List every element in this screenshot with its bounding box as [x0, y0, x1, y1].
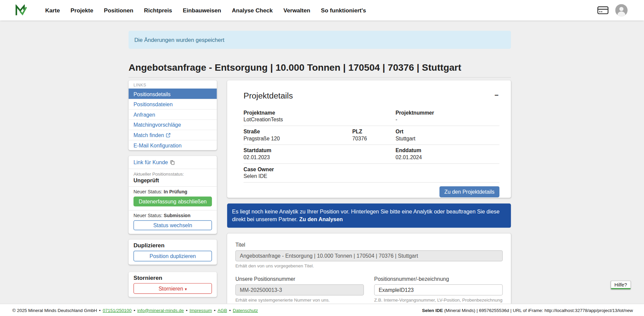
footer: © 2025 Mineral Minds Deutschland GmbH • …	[0, 304, 644, 316]
sidebar-item-positionsdateien[interactable]: Positionsdateien	[128, 99, 217, 109]
project-field-rows: Projektname LotCreationTests Projektnumm…	[244, 107, 499, 183]
main-nav: Karte Projekte Positionen Richtpreis Ein…	[45, 7, 377, 14]
cancel-dropdown-button[interactable]: Stornieren▾	[133, 283, 212, 294]
phone-link[interactable]: 07151/250100	[103, 308, 131, 313]
cancel-title: Stornieren	[133, 274, 212, 281]
impressum-link[interactable]: Impressum	[190, 308, 212, 313]
nav-item-verwalten[interactable]: Verwalten	[283, 7, 310, 14]
status-card: Link für Kunde Aktueller Positionsstatus…	[128, 156, 217, 234]
copy-icon[interactable]	[170, 160, 174, 165]
customer-link-row: Link für Kunde	[128, 156, 217, 169]
agb-link[interactable]: AGB	[218, 308, 227, 313]
main-content: Projektdetails − Projektname LotCreation…	[227, 80, 511, 316]
sidebar-item-label: Positionsdetails	[133, 91, 171, 97]
caret-down-icon: ▾	[185, 287, 187, 291]
footer-left: © 2025 Mineral Minds Deutschland GmbH • …	[12, 308, 258, 313]
current-status-label: Aktueller Positionsstatus:	[133, 172, 212, 177]
bezeichnung-label: Positionsnummer/-bezeichnung	[374, 275, 503, 281]
copyright-text: © 2025 Mineral Minds Deutschland GmbH	[12, 308, 97, 313]
bezeichnung-help: Z.B. Interne-Vorgangsnummer, LV-Position…	[374, 297, 503, 302]
positionsnummer-help: Erhält eine systemgenerierte Nummer von …	[235, 297, 364, 302]
form-row: Unsere Positionsnummer Erhält eine syste…	[235, 275, 503, 302]
session-user: Selen IDE	[422, 308, 443, 313]
sidebar: LINKS Positionsdetails Positionsdateien …	[128, 80, 217, 297]
current-status-section: Aktueller Positionsstatus: Ungeprüft	[128, 169, 217, 187]
card-reader-icon[interactable]	[597, 6, 608, 14]
project-actions: Zu den Projektdetails	[244, 186, 499, 197]
help-button[interactable]: Hilfe?	[611, 281, 631, 290]
alert-text: Die Änderungen wurden gespeichert	[134, 37, 224, 43]
titel-help: Erhält den von uns vorgegebenen Titel.	[235, 263, 503, 268]
sidebar-item-label: Match finden	[133, 132, 164, 138]
field-case-owner: Case Owner Selen IDE	[244, 166, 499, 179]
field-enddatum: Enddatum 02.01.2024	[395, 147, 499, 161]
nav-item-einbauweisen[interactable]: Einbauweisen	[183, 7, 221, 14]
sidebar-item-label: Matchingvorschläge	[133, 122, 181, 128]
sidebar-item-match-finden[interactable]: Match finden	[128, 130, 217, 140]
next-status-section-1: Neuer Status: In Prüfung Datenerfassung …	[128, 187, 217, 210]
nav-item-projekte[interactable]: Projekte	[70, 7, 93, 14]
bezeichnung-input[interactable]	[374, 284, 503, 295]
project-details-button[interactable]: Zu den Projektdetails	[439, 186, 499, 197]
duplicate-position-button[interactable]: Position duplizieren	[133, 251, 212, 261]
positionsnummer-label: Unsere Positionsnummer	[235, 275, 364, 281]
links-header: LINKS	[128, 80, 217, 88]
titel-input	[235, 250, 503, 261]
bezeichnung-field-group: Positionsnummer/-bezeichnung Z.B. Intern…	[374, 275, 503, 302]
separator-dot: •	[214, 308, 216, 313]
brand-logo[interactable]	[15, 4, 27, 16]
sidebar-item-anfragen[interactable]: Anfragen	[128, 109, 217, 120]
customer-link-label: Link für Kunde	[133, 159, 168, 165]
field-projektname: Projektname LotCreationTests	[244, 110, 395, 123]
titel-label: Titel	[235, 242, 503, 248]
complete-data-entry-button[interactable]: Datenerfassung abschließen	[133, 197, 212, 206]
datenschutz-link[interactable]: Datenschutz	[233, 308, 258, 313]
email-link[interactable]: info@mineral-minds.de	[137, 308, 184, 313]
positionsnummer-field-group: Unsere Positionsnummer Erhält eine syste…	[235, 275, 364, 302]
project-details-title: Projektdetails	[244, 91, 499, 101]
nav-item-richtpreis[interactable]: Richtpreis	[144, 7, 172, 14]
duplicate-title: Duplizieren	[133, 242, 212, 249]
nav-item-analyse-check[interactable]: Analyse Check	[232, 7, 273, 14]
session-details: (Mineral Minds) | 69576255536d | URL of …	[443, 308, 633, 313]
current-status-value: Ungeprüft	[133, 177, 212, 183]
nav-item-karte[interactable]: Karte	[45, 7, 60, 14]
page-title: Angebotsanfrage - Entsorgung | 10.000 To…	[128, 62, 511, 78]
field-startdatum: Startdatum 02.01.2023	[244, 147, 395, 161]
field-projektnummer: Projektnummer -	[395, 110, 499, 123]
session-info: Selen IDE (Mineral Minds) | 69576255536d…	[422, 308, 633, 313]
analytics-message: Es liegt noch keine Analytik zu Ihrer Po…	[232, 208, 499, 223]
top-navbar: Karte Projekte Positionen Richtpreis Ein…	[0, 0, 644, 20]
separator-dot: •	[229, 308, 231, 313]
separator-dot: •	[186, 308, 187, 313]
separator-dot: •	[133, 308, 135, 313]
next-status-text-1: Neuer Status: In Prüfung	[133, 189, 212, 194]
navbar-right	[597, 0, 628, 20]
user-avatar[interactable]	[615, 4, 628, 16]
sidebar-item-positionsdetails[interactable]: Positionsdetails	[128, 88, 217, 99]
cancel-card: Stornieren Stornieren▾	[128, 272, 217, 297]
next-status-text-2: Neuer Status: Submission	[133, 213, 212, 218]
project-row-3: Startdatum 02.01.2023 Enddatum 02.01.202…	[244, 145, 499, 164]
collapse-button[interactable]: −	[494, 92, 498, 99]
next-status-section-2: Neuer Status: Submission Status wechseln	[128, 210, 217, 234]
positionsnummer-input	[235, 284, 364, 295]
sidebar-item-label: E-Mail Konfiguration	[133, 142, 181, 148]
external-link-icon	[166, 133, 170, 137]
duplicate-card: Duplizieren Position duplizieren	[128, 240, 217, 265]
customer-link[interactable]: Link für Kunde	[133, 159, 174, 165]
sidebar-item-label: Anfragen	[133, 111, 155, 117]
nav-item-positionen[interactable]: Positionen	[104, 7, 133, 14]
sidebar-item-matchingvorschlaege[interactable]: Matchingvorschläge	[128, 119, 217, 130]
nav-item-so-funktionierts[interactable]: So funktioniert's	[321, 7, 366, 14]
sidebar-item-email-konfiguration[interactable]: E-Mail Konfiguration	[128, 140, 217, 150]
separator-dot: •	[99, 308, 101, 313]
analytics-banner: Es liegt noch keine Analytik zu Ihrer Po…	[227, 203, 511, 228]
success-alert: Die Änderungen wurden gespeichert	[128, 31, 511, 49]
app-root: Karte Projekte Positionen Richtpreis Ein…	[0, 0, 644, 316]
analytics-link[interactable]: Zu den Analysen	[299, 216, 343, 223]
switch-status-button[interactable]: Status wechseln	[133, 220, 212, 230]
project-details-card: Projektdetails − Projektname LotCreation…	[227, 80, 511, 198]
project-row-4: Case Owner Selen IDE	[244, 164, 499, 183]
sidebar-item-label: Positionsdateien	[133, 101, 173, 107]
